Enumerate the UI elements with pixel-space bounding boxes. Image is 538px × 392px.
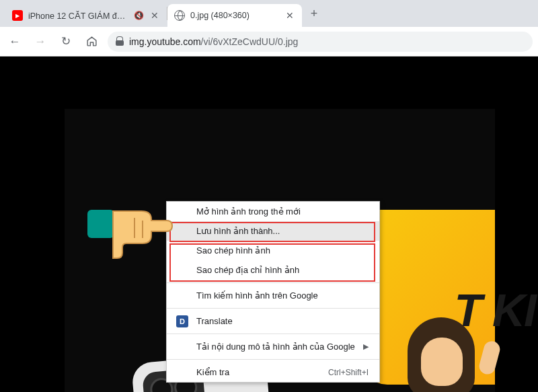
home-button[interactable]	[82, 32, 101, 51]
cm-inspect[interactable]: Kiểm tra Ctrl+Shift+I	[167, 362, 379, 382]
globe-icon	[174, 10, 185, 21]
menu-separator	[167, 334, 379, 334]
menu-separator	[167, 308, 379, 309]
back-button[interactable]: ←	[5, 32, 24, 51]
close-icon[interactable]: ✕	[284, 10, 295, 21]
cm-translate[interactable]: D Translate	[167, 311, 379, 331]
menu-label: Mở hình ảnh trong thẻ mới	[196, 206, 301, 217]
close-icon[interactable]: ✕	[149, 10, 160, 21]
tab-image[interactable]: 0.jpg (480×360) ✕	[167, 4, 302, 27]
menu-label: Tải nội dung mô tả hình ảnh của Google	[196, 342, 355, 352]
reload-button[interactable]: ↻	[56, 32, 75, 51]
menu-label: Sao chép địa chỉ hình ảnh	[196, 265, 299, 275]
cm-save-image-as[interactable]: Lưu hình ảnh thành...	[167, 221, 379, 241]
content-viewport: T KI Mở hình ảnh trong thẻ mới Lưu hình …	[0, 56, 538, 392]
tab-title: 0.jpg (480×360)	[190, 11, 279, 20]
cm-search-google[interactable]: Tìm kiếm hình ảnh trên Google	[167, 286, 379, 305]
svg-rect-0	[87, 210, 114, 238]
youtube-icon: ▶	[12, 10, 23, 21]
translate-icon: D	[176, 315, 188, 327]
cm-copy-image[interactable]: Sao chép hình ảnh	[167, 241, 379, 260]
menu-label: Kiểm tra	[196, 367, 229, 377]
menu-label: Lưu hình ảnh thành...	[196, 226, 280, 236]
menu-label: Translate	[196, 316, 233, 326]
pointing-hand-icon	[87, 191, 175, 268]
new-tab-button[interactable]: +	[305, 4, 323, 23]
cm-get-image-description[interactable]: Tải nội dung mô tả hình ảnh của Google ▶	[167, 337, 379, 356]
context-menu: Mở hình ảnh trong thẻ mới Lưu hình ảnh t…	[166, 201, 380, 383]
menu-label: Tìm kiếm hình ảnh trên Google	[196, 290, 318, 301]
forward-button[interactable]: →	[31, 32, 50, 51]
chevron-right-icon: ▶	[363, 342, 369, 351]
cm-copy-image-address[interactable]: Sao chép địa chỉ hình ảnh	[167, 260, 379, 280]
address-bar[interactable]: img.youtube.com/vi/6vXtZeCwdUU/0.jpg	[108, 32, 533, 52]
tab-youtube[interactable]: ▶ iPhone 12 CẮT GIẢM để TIẾT 🔇 ✕	[5, 4, 167, 27]
audio-muted-icon[interactable]: 🔇	[134, 11, 144, 20]
nav-toolbar: ← → ↻ img.youtube.com/vi/6vXtZeCwdUU/0.j…	[0, 27, 538, 56]
menu-separator	[167, 359, 379, 360]
menu-label: Sao chép hình ảnh	[196, 245, 270, 256]
tab-title: iPhone 12 CẮT GIẢM để TIẾT	[28, 11, 128, 21]
thumbnail-person	[394, 317, 488, 392]
menu-shortcut: Ctrl+Shift+I	[328, 368, 369, 377]
menu-separator	[167, 282, 379, 283]
cm-open-in-new-tab[interactable]: Mở hình ảnh trong thẻ mới	[167, 202, 379, 221]
url-text: img.youtube.com/vi/6vXtZeCwdUU/0.jpg	[129, 36, 298, 47]
lock-icon	[116, 38, 124, 46]
tab-strip: ▶ iPhone 12 CẮT GIẢM để TIẾT 🔇 ✕ 0.jpg (…	[0, 0, 538, 27]
